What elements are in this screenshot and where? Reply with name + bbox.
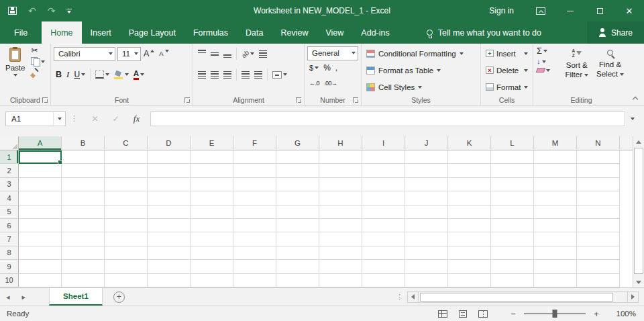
tell-me-box[interactable]: Tell me what you want to do [427, 21, 541, 44]
column-header-I[interactable]: I [362, 136, 405, 150]
cell-D7[interactable] [148, 232, 191, 246]
cell-G4[interactable] [276, 191, 319, 205]
column-header-G[interactable]: G [276, 136, 319, 150]
cell-A4[interactable] [19, 191, 62, 205]
alignment-dialog-launcher[interactable] [296, 97, 301, 103]
close-button[interactable]: ✕ [614, 0, 644, 21]
sort-filter-button[interactable]: AZ Sort &Filter [561, 45, 592, 80]
row-header-8[interactable]: 8 [0, 246, 19, 260]
cell-C4[interactable] [105, 191, 148, 205]
cell-B6[interactable] [62, 219, 105, 232]
cell-N2[interactable] [577, 164, 620, 177]
delete-cells-button[interactable]: Delete [482, 62, 531, 79]
cell-L3[interactable] [491, 178, 534, 191]
save-icon[interactable] [8, 7, 17, 15]
cell-B10[interactable] [62, 274, 105, 287]
cancel-button[interactable]: ✕ [85, 111, 105, 126]
font-color-button[interactable]: A [131, 68, 146, 81]
cell-N6[interactable] [577, 219, 620, 232]
new-sheet-button[interactable]: + [113, 291, 125, 303]
cell-L2[interactable] [491, 164, 534, 177]
tab-home[interactable]: Home [42, 21, 81, 44]
cell-D2[interactable] [148, 164, 191, 177]
cell-A6[interactable] [19, 219, 62, 232]
cell-I6[interactable] [362, 219, 405, 232]
cell-G2[interactable] [276, 164, 319, 177]
column-header-B[interactable]: B [62, 136, 105, 150]
scroll-right-button[interactable] [627, 291, 639, 303]
cell-F6[interactable] [233, 219, 276, 232]
row-header-1[interactable]: 1 [0, 150, 19, 164]
zoom-slider-thumb[interactable] [553, 310, 557, 318]
cell-M1[interactable] [534, 150, 577, 164]
cell-M10[interactable] [534, 274, 577, 287]
cell-K8[interactable] [448, 246, 491, 260]
cell-J7[interactable] [405, 232, 448, 246]
font-size-select[interactable]: 11 [117, 47, 141, 61]
cell-F2[interactable] [233, 164, 276, 177]
cell-H2[interactable] [319, 164, 362, 177]
align-right-button[interactable] [221, 70, 233, 80]
maximize-button[interactable] [585, 0, 614, 21]
scroll-down-button[interactable] [633, 277, 644, 287]
row-header-4[interactable]: 4 [0, 191, 19, 205]
cell-A3[interactable] [19, 178, 62, 191]
cell-C10[interactable] [105, 274, 148, 287]
cell-D5[interactable] [148, 205, 191, 219]
cell-G8[interactable] [276, 246, 319, 260]
cell-D9[interactable] [148, 260, 191, 273]
align-left-button[interactable] [196, 70, 208, 80]
insert-cells-button[interactable]: Insert [482, 45, 531, 62]
cell-K5[interactable] [448, 205, 491, 219]
center-button[interactable] [209, 70, 221, 80]
minimize-button[interactable] [555, 0, 585, 21]
cell-E2[interactable] [191, 164, 233, 177]
conditional-formatting-button[interactable]: Conditional Formatting [363, 45, 479, 62]
formula-bar-splitter[interactable]: ⋮ [66, 111, 85, 123]
cell-E1[interactable] [191, 150, 233, 164]
bold-button[interactable]: B [54, 68, 64, 81]
cell-C3[interactable] [105, 178, 148, 191]
cell-F3[interactable] [233, 178, 276, 191]
customize-qat-button[interactable] [66, 9, 72, 13]
cell-I8[interactable] [362, 246, 405, 260]
increase-font-size-button[interactable]: A [142, 48, 156, 60]
horizontal-scrollbar-thumb[interactable] [420, 293, 613, 302]
cell-D3[interactable] [148, 178, 191, 191]
cell-E8[interactable] [191, 246, 233, 260]
cell-D10[interactable] [148, 274, 191, 287]
cell-L7[interactable] [491, 232, 534, 246]
zoom-out-button[interactable]: − [508, 309, 518, 319]
cell-H8[interactable] [319, 246, 362, 260]
autosum-button[interactable]: Σ [535, 45, 561, 56]
increase-indent-button[interactable] [252, 70, 264, 80]
cell-C7[interactable] [105, 232, 148, 246]
cell-H1[interactable] [319, 150, 362, 164]
cell-C9[interactable] [105, 260, 148, 273]
ribbon-display-options-button[interactable] [526, 0, 555, 21]
tab-scrollbar-splitter[interactable]: ⋮ [392, 293, 407, 302]
accounting-format-button[interactable]: $ [307, 62, 321, 73]
cell-F1[interactable] [233, 150, 276, 164]
cell-H9[interactable] [319, 260, 362, 273]
cell-L8[interactable] [491, 246, 534, 260]
cell-H3[interactable] [319, 178, 362, 191]
cell-styles-button[interactable]: Cell Styles [363, 79, 479, 95]
cell-K1[interactable] [448, 150, 491, 164]
cell-N3[interactable] [577, 178, 620, 191]
cell-G7[interactable] [276, 232, 319, 246]
cell-N1[interactable] [577, 150, 620, 164]
column-header-M[interactable]: M [534, 136, 577, 150]
cell-B5[interactable] [62, 205, 105, 219]
cell-I1[interactable] [362, 150, 405, 164]
cell-C5[interactable] [105, 205, 148, 219]
find-select-button[interactable]: Find &Select [592, 45, 628, 80]
vertical-scrollbar-thumb[interactable] [634, 148, 643, 274]
column-header-F[interactable]: F [233, 136, 276, 150]
cell-E6[interactable] [191, 219, 233, 232]
cell-N9[interactable] [577, 260, 620, 273]
zoom-level[interactable]: 100% [613, 310, 636, 318]
cell-N5[interactable] [577, 205, 620, 219]
cell-D4[interactable] [148, 191, 191, 205]
cell-L10[interactable] [491, 274, 534, 287]
